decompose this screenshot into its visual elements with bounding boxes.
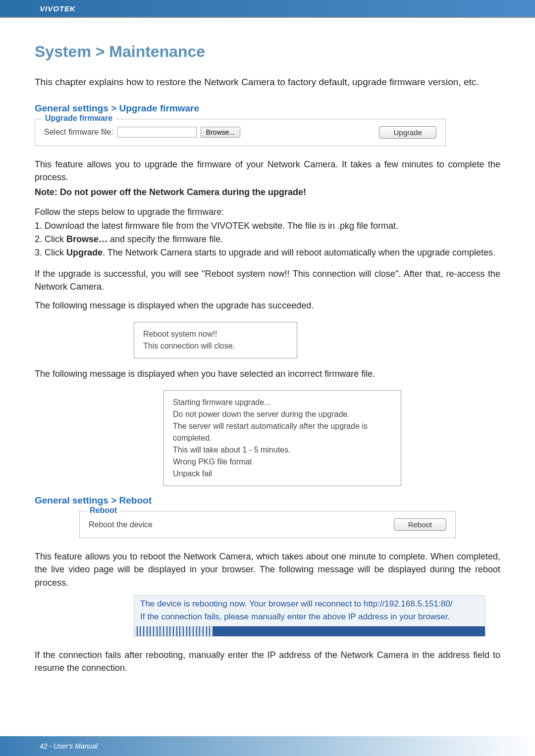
page-footer: 42 - User's Manual	[0, 736, 535, 756]
reboot-button[interactable]: Reboot	[394, 518, 446, 531]
msg2-line1: Starting firmware upgrade...	[173, 397, 392, 408]
browse-button[interactable]: Browse...	[201, 127, 240, 138]
msg1-line2: This connection will close.	[143, 340, 288, 352]
reboot-label: Reboot the device	[89, 520, 153, 529]
select-firmware-label: Select firmware file:	[44, 128, 113, 137]
msg1-intro: The following message is displayed when …	[35, 299, 500, 312]
section-upgrade-heading: General settings > Upgrade firmware	[35, 103, 500, 114]
brand-logo: VIVOTEK	[40, 4, 76, 13]
step-1: 1. Download the latest firmware file fro…	[35, 219, 500, 233]
step-2: 2. Click Browse… and specify the firmwar…	[35, 233, 500, 246]
msg2-line4: This will take about 1 - 5 minutes.	[173, 444, 392, 456]
reboot-after-note: If the connection fails after rebooting,…	[35, 649, 500, 674]
reboot-panel: Reboot Reboot the device Reboot	[79, 511, 456, 538]
msg2-line6: Unpack fail	[173, 468, 392, 480]
reboot-progress-box: The device is rebooting now. Your browse…	[134, 595, 485, 637]
reboot-desc: This feature allows you to reboot the Ne…	[35, 550, 500, 589]
footer-text: 42 - User's Manual	[40, 742, 98, 750]
upgrade-firmware-panel: Upgrade firmware Select firmware file: B…	[35, 119, 446, 146]
msg1-line1: Reboot system now!!	[143, 328, 288, 340]
reboot-progress-bar	[134, 626, 485, 636]
msg2-line5: Wrong PKG file format	[173, 456, 392, 468]
msg2-line2: Do not power down the server during the …	[173, 408, 392, 420]
reboot-success-message-box: Reboot system now!! This connection will…	[134, 322, 297, 358]
page-title: System > Maintenance	[35, 43, 500, 61]
msg2-intro: The following message is displayed when …	[35, 367, 500, 380]
step-3: 3. Click Upgrade. The Network Camera sta…	[35, 246, 500, 259]
upgrade-legend: Upgrade firmware	[42, 114, 115, 123]
msg2-line3: The server will restart automatically af…	[173, 420, 392, 444]
reboot-msg-line2: If the connection fails, please manually…	[134, 610, 485, 623]
steps-intro: Follow the steps below to upgrade the fi…	[35, 205, 500, 218]
header-bar: VIVOTEK	[0, 0, 535, 18]
upgrade-button[interactable]: Upgrade	[379, 126, 436, 139]
wrong-file-message-box: Starting firmware upgrade... Do not powe…	[163, 390, 401, 486]
reboot-legend: Reboot	[87, 506, 120, 515]
upgrade-warning: Note: Do not power off the Network Camer…	[35, 186, 500, 199]
intro-text: This chapter explains how to restore the…	[35, 76, 500, 89]
upgrade-desc-1: This feature allows you to upgrade the f…	[35, 158, 500, 184]
upgrade-success-note: If the upgrade is successful, you will s…	[35, 267, 500, 293]
section-reboot-heading: General settings > Reboot	[35, 495, 500, 506]
reboot-msg-line1: The device is rebooting now. Your browse…	[134, 598, 485, 610]
firmware-file-input[interactable]	[117, 127, 197, 138]
